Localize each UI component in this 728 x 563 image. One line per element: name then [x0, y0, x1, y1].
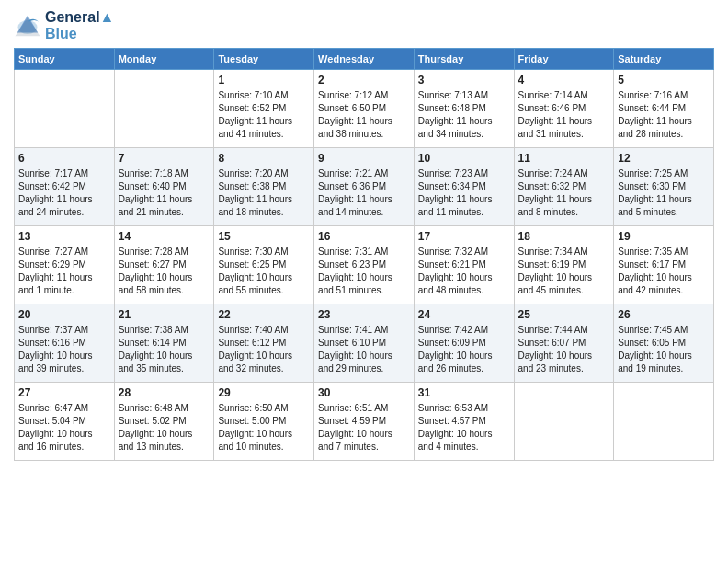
calendar-week-row: 13Sunrise: 7:27 AM Sunset: 6:29 PM Dayli…: [15, 226, 714, 304]
weekday-header: Sunday: [15, 49, 115, 70]
day-number: 18: [518, 229, 610, 245]
calendar-cell: 21Sunrise: 7:38 AM Sunset: 6:14 PM Dayli…: [114, 304, 214, 383]
day-info: Sunrise: 7:10 AM Sunset: 6:52 PM Dayligh…: [218, 89, 310, 141]
calendar-cell: 16Sunrise: 7:31 AM Sunset: 6:23 PM Dayli…: [314, 226, 415, 304]
calendar-cell: 5Sunrise: 7:16 AM Sunset: 6:44 PM Daylig…: [614, 70, 714, 148]
day-info: Sunrise: 7:45 AM Sunset: 6:05 PM Dayligh…: [618, 324, 710, 375]
day-number: 7: [119, 151, 210, 167]
day-number: 9: [318, 151, 410, 167]
calendar-cell: 9Sunrise: 7:21 AM Sunset: 6:36 PM Daylig…: [314, 148, 415, 226]
day-number: 24: [418, 307, 510, 323]
day-number: 3: [418, 73, 510, 88]
day-number: 17: [418, 229, 510, 245]
calendar-cell: 7Sunrise: 7:18 AM Sunset: 6:40 PM Daylig…: [114, 148, 214, 226]
day-info: Sunrise: 7:42 AM Sunset: 6:09 PM Dayligh…: [418, 324, 510, 375]
calendar-table: SundayMondayTuesdayWednesdayThursdayFrid…: [14, 48, 714, 461]
logo-text: General▲ Blue: [45, 9, 114, 42]
day-number: 14: [119, 229, 210, 245]
calendar-cell: 13Sunrise: 7:27 AM Sunset: 6:29 PM Dayli…: [15, 226, 115, 304]
calendar-cell: 31Sunrise: 6:53 AM Sunset: 4:57 PM Dayli…: [414, 383, 514, 461]
calendar-week-row: 20Sunrise: 7:37 AM Sunset: 6:16 PM Dayli…: [15, 304, 714, 383]
day-info: Sunrise: 7:37 AM Sunset: 6:16 PM Dayligh…: [18, 324, 110, 375]
calendar-cell: 26Sunrise: 7:45 AM Sunset: 6:05 PM Dayli…: [614, 304, 714, 383]
day-number: 15: [218, 229, 310, 245]
calendar-cell: 28Sunrise: 6:48 AM Sunset: 5:02 PM Dayli…: [114, 383, 214, 461]
calendar-cell: 18Sunrise: 7:34 AM Sunset: 6:19 PM Dayli…: [514, 226, 614, 304]
calendar-cell: 19Sunrise: 7:35 AM Sunset: 6:17 PM Dayli…: [614, 226, 714, 304]
day-info: Sunrise: 7:30 AM Sunset: 6:25 PM Dayligh…: [218, 246, 310, 297]
day-number: 5: [618, 73, 710, 88]
weekday-header: Friday: [514, 49, 614, 70]
day-info: Sunrise: 7:17 AM Sunset: 6:42 PM Dayligh…: [18, 167, 110, 219]
weekday-header: Thursday: [414, 49, 514, 70]
day-number: 30: [318, 385, 410, 401]
day-info: Sunrise: 7:18 AM Sunset: 6:40 PM Dayligh…: [119, 167, 210, 219]
day-number: 11: [518, 151, 610, 167]
day-info: Sunrise: 7:31 AM Sunset: 6:23 PM Dayligh…: [318, 246, 410, 297]
calendar-cell: 27Sunrise: 6:47 AM Sunset: 5:04 PM Dayli…: [15, 383, 115, 461]
day-number: 28: [119, 385, 210, 401]
day-number: 6: [18, 151, 110, 167]
calendar-cell: 4Sunrise: 7:14 AM Sunset: 6:46 PM Daylig…: [514, 70, 614, 148]
calendar-cell: 23Sunrise: 7:41 AM Sunset: 6:10 PM Dayli…: [314, 304, 415, 383]
day-number: 29: [218, 385, 310, 401]
day-info: Sunrise: 7:16 AM Sunset: 6:44 PM Dayligh…: [618, 89, 710, 141]
day-info: Sunrise: 6:50 AM Sunset: 5:00 PM Dayligh…: [218, 402, 310, 454]
calendar-header: SundayMondayTuesdayWednesdayThursdayFrid…: [15, 49, 714, 70]
day-number: 22: [218, 307, 310, 323]
day-info: Sunrise: 7:44 AM Sunset: 6:07 PM Dayligh…: [518, 324, 610, 375]
day-info: Sunrise: 7:24 AM Sunset: 6:32 PM Dayligh…: [518, 167, 610, 219]
day-info: Sunrise: 7:28 AM Sunset: 6:27 PM Dayligh…: [119, 246, 210, 297]
calendar-cell: 12Sunrise: 7:25 AM Sunset: 6:30 PM Dayli…: [614, 148, 714, 226]
day-number: 20: [18, 307, 110, 323]
calendar-cell: 1Sunrise: 7:10 AM Sunset: 6:52 PM Daylig…: [214, 70, 314, 148]
day-number: 26: [618, 307, 710, 323]
calendar-cell: [514, 383, 614, 461]
calendar-cell: 17Sunrise: 7:32 AM Sunset: 6:21 PM Dayli…: [414, 226, 514, 304]
day-number: 23: [318, 307, 410, 323]
day-info: Sunrise: 7:23 AM Sunset: 6:34 PM Dayligh…: [418, 167, 510, 219]
logo-icon: [14, 12, 41, 40]
calendar-cell: 3Sunrise: 7:13 AM Sunset: 6:48 PM Daylig…: [414, 70, 514, 148]
day-info: Sunrise: 7:38 AM Sunset: 6:14 PM Dayligh…: [119, 324, 210, 375]
calendar-cell: 20Sunrise: 7:37 AM Sunset: 6:16 PM Dayli…: [15, 304, 115, 383]
day-info: Sunrise: 6:47 AM Sunset: 5:04 PM Dayligh…: [18, 402, 110, 454]
calendar-week-row: 1Sunrise: 7:10 AM Sunset: 6:52 PM Daylig…: [15, 70, 714, 148]
calendar-cell: 30Sunrise: 6:51 AM Sunset: 4:59 PM Dayli…: [314, 383, 415, 461]
day-info: Sunrise: 7:41 AM Sunset: 6:10 PM Dayligh…: [318, 324, 410, 375]
day-number: 31: [418, 385, 510, 401]
weekday-header: Wednesday: [314, 49, 415, 70]
calendar-cell: 11Sunrise: 7:24 AM Sunset: 6:32 PM Dayli…: [514, 148, 614, 226]
day-info: Sunrise: 6:51 AM Sunset: 4:59 PM Dayligh…: [318, 402, 410, 454]
calendar-body: 1Sunrise: 7:10 AM Sunset: 6:52 PM Daylig…: [15, 70, 714, 461]
calendar-cell: 10Sunrise: 7:23 AM Sunset: 6:34 PM Dayli…: [414, 148, 514, 226]
day-number: 19: [618, 229, 710, 245]
day-number: 1: [218, 73, 310, 88]
day-number: 10: [418, 151, 510, 167]
calendar-cell: 14Sunrise: 7:28 AM Sunset: 6:27 PM Dayli…: [114, 226, 214, 304]
calendar-cell: 22Sunrise: 7:40 AM Sunset: 6:12 PM Dayli…: [214, 304, 314, 383]
day-info: Sunrise: 7:12 AM Sunset: 6:50 PM Dayligh…: [318, 89, 410, 141]
calendar-cell: [15, 70, 115, 148]
calendar-week-row: 27Sunrise: 6:47 AM Sunset: 5:04 PM Dayli…: [15, 383, 714, 461]
calendar-cell: [614, 383, 714, 461]
calendar-week-row: 6Sunrise: 7:17 AM Sunset: 6:42 PM Daylig…: [15, 148, 714, 226]
calendar-cell: 6Sunrise: 7:17 AM Sunset: 6:42 PM Daylig…: [15, 148, 115, 226]
day-number: 16: [318, 229, 410, 245]
calendar-cell: 8Sunrise: 7:20 AM Sunset: 6:38 PM Daylig…: [214, 148, 314, 226]
day-info: Sunrise: 7:14 AM Sunset: 6:46 PM Dayligh…: [518, 89, 610, 141]
weekday-header: Tuesday: [214, 49, 314, 70]
day-number: 4: [518, 73, 610, 88]
day-info: Sunrise: 7:13 AM Sunset: 6:48 PM Dayligh…: [418, 89, 510, 141]
calendar-cell: 24Sunrise: 7:42 AM Sunset: 6:09 PM Dayli…: [414, 304, 514, 383]
day-number: 21: [119, 307, 210, 323]
calendar-cell: 29Sunrise: 6:50 AM Sunset: 5:00 PM Dayli…: [214, 383, 314, 461]
weekday-header: Saturday: [614, 49, 714, 70]
day-number: 25: [518, 307, 610, 323]
day-number: 8: [218, 151, 310, 167]
day-info: Sunrise: 7:20 AM Sunset: 6:38 PM Dayligh…: [218, 167, 310, 219]
day-number: 27: [18, 385, 110, 401]
weekday-header: Monday: [114, 49, 214, 70]
calendar-cell: [114, 70, 214, 148]
calendar-cell: 2Sunrise: 7:12 AM Sunset: 6:50 PM Daylig…: [314, 70, 415, 148]
